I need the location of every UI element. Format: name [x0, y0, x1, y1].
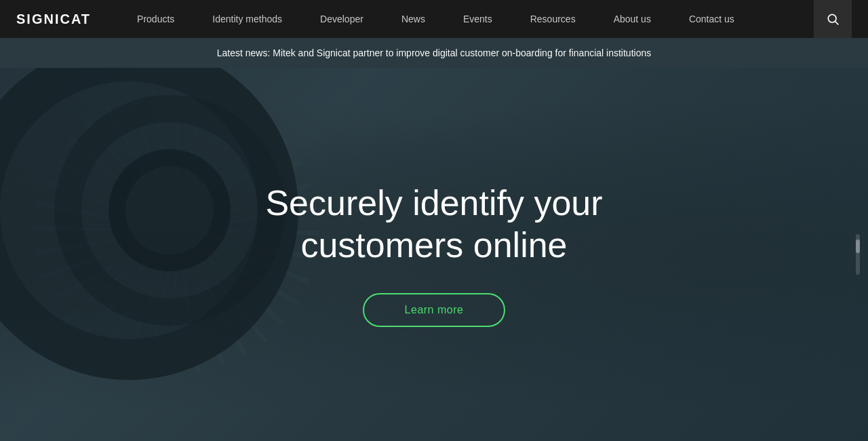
svg-point-0: [828, 14, 836, 22]
scroll-hint: [856, 234, 860, 275]
nav-news[interactable]: News: [382, 0, 444, 38]
nav-developer[interactable]: Developer: [301, 0, 382, 38]
hero-title: Securely identify your customers online: [197, 182, 671, 267]
svg-line-1: [835, 22, 839, 25]
navbar-links: Products Identity methods Developer News…: [118, 0, 814, 38]
hero-content: Securely identify your customers online …: [0, 68, 868, 441]
search-icon: [826, 12, 840, 26]
nav-products[interactable]: Products: [118, 0, 193, 38]
search-button[interactable]: [814, 0, 852, 38]
nav-contact-us[interactable]: Contact us: [670, 0, 753, 38]
brand-logo[interactable]: SIGNICAT: [16, 12, 91, 27]
nav-resources[interactable]: Resources: [511, 0, 595, 38]
nav-about-us[interactable]: About us: [595, 0, 670, 38]
hero-section: Securely identify your customers online …: [0, 68, 868, 441]
scroll-hint-inner: [856, 239, 860, 253]
navbar: SIGNICAT Products Identity methods Devel…: [0, 0, 868, 38]
news-banner-text: Latest news: Mitek and Signicat partner …: [217, 47, 651, 58]
learn-more-button[interactable]: Learn more: [363, 293, 506, 327]
nav-events[interactable]: Events: [444, 0, 511, 38]
nav-identity-methods[interactable]: Identity methods: [193, 0, 301, 38]
news-banner[interactable]: Latest news: Mitek and Signicat partner …: [0, 38, 868, 68]
